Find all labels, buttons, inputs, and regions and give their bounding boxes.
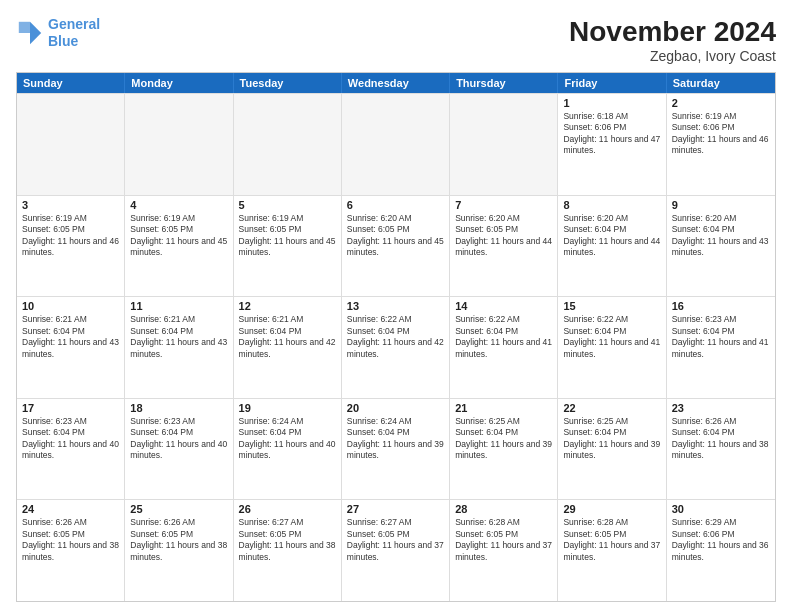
day-cell-12: 12Sunrise: 6:21 AM Sunset: 6:04 PM Dayli…: [234, 297, 342, 398]
empty-cell: [450, 94, 558, 195]
day-cell-28: 28Sunrise: 6:28 AM Sunset: 6:05 PM Dayli…: [450, 500, 558, 601]
day-info: Sunrise: 6:20 AM Sunset: 6:05 PM Dayligh…: [347, 213, 444, 259]
day-number: 28: [455, 503, 552, 515]
week-row-5: 24Sunrise: 6:26 AM Sunset: 6:05 PM Dayli…: [17, 499, 775, 601]
logo: General Blue: [16, 16, 100, 50]
header-day-saturday: Saturday: [667, 73, 775, 93]
day-cell-9: 9Sunrise: 6:20 AM Sunset: 6:04 PM Daylig…: [667, 196, 775, 297]
day-number: 5: [239, 199, 336, 211]
day-number: 27: [347, 503, 444, 515]
day-cell-23: 23Sunrise: 6:26 AM Sunset: 6:04 PM Dayli…: [667, 399, 775, 500]
day-cell-2: 2Sunrise: 6:19 AM Sunset: 6:06 PM Daylig…: [667, 94, 775, 195]
day-number: 4: [130, 199, 227, 211]
title-block: November 2024 Zegbao, Ivory Coast: [569, 16, 776, 64]
week-row-3: 10Sunrise: 6:21 AM Sunset: 6:04 PM Dayli…: [17, 296, 775, 398]
main-title: November 2024: [569, 16, 776, 48]
day-cell-27: 27Sunrise: 6:27 AM Sunset: 6:05 PM Dayli…: [342, 500, 450, 601]
header-day-tuesday: Tuesday: [234, 73, 342, 93]
day-info: Sunrise: 6:22 AM Sunset: 6:04 PM Dayligh…: [563, 314, 660, 360]
day-number: 29: [563, 503, 660, 515]
day-info: Sunrise: 6:28 AM Sunset: 6:05 PM Dayligh…: [455, 517, 552, 563]
day-number: 23: [672, 402, 770, 414]
day-number: 30: [672, 503, 770, 515]
day-number: 26: [239, 503, 336, 515]
calendar-header: SundayMondayTuesdayWednesdayThursdayFrid…: [17, 73, 775, 93]
day-number: 9: [672, 199, 770, 211]
day-info: Sunrise: 6:20 AM Sunset: 6:05 PM Dayligh…: [455, 213, 552, 259]
day-cell-30: 30Sunrise: 6:29 AM Sunset: 6:06 PM Dayli…: [667, 500, 775, 601]
day-number: 15: [563, 300, 660, 312]
day-cell-29: 29Sunrise: 6:28 AM Sunset: 6:05 PM Dayli…: [558, 500, 666, 601]
day-number: 2: [672, 97, 770, 109]
day-cell-20: 20Sunrise: 6:24 AM Sunset: 6:04 PM Dayli…: [342, 399, 450, 500]
day-number: 25: [130, 503, 227, 515]
day-info: Sunrise: 6:23 AM Sunset: 6:04 PM Dayligh…: [672, 314, 770, 360]
header-day-friday: Friday: [558, 73, 666, 93]
day-cell-15: 15Sunrise: 6:22 AM Sunset: 6:04 PM Dayli…: [558, 297, 666, 398]
calendar-body: 1Sunrise: 6:18 AM Sunset: 6:06 PM Daylig…: [17, 93, 775, 601]
day-info: Sunrise: 6:23 AM Sunset: 6:04 PM Dayligh…: [130, 416, 227, 462]
day-info: Sunrise: 6:27 AM Sunset: 6:05 PM Dayligh…: [347, 517, 444, 563]
logo-text: General Blue: [48, 16, 100, 50]
day-cell-21: 21Sunrise: 6:25 AM Sunset: 6:04 PM Dayli…: [450, 399, 558, 500]
header-day-wednesday: Wednesday: [342, 73, 450, 93]
day-info: Sunrise: 6:21 AM Sunset: 6:04 PM Dayligh…: [130, 314, 227, 360]
day-number: 13: [347, 300, 444, 312]
day-number: 3: [22, 199, 119, 211]
week-row-1: 1Sunrise: 6:18 AM Sunset: 6:06 PM Daylig…: [17, 93, 775, 195]
empty-cell: [234, 94, 342, 195]
svg-marker-1: [19, 22, 30, 33]
day-info: Sunrise: 6:19 AM Sunset: 6:06 PM Dayligh…: [672, 111, 770, 157]
day-cell-16: 16Sunrise: 6:23 AM Sunset: 6:04 PM Dayli…: [667, 297, 775, 398]
day-cell-13: 13Sunrise: 6:22 AM Sunset: 6:04 PM Dayli…: [342, 297, 450, 398]
empty-cell: [17, 94, 125, 195]
day-info: Sunrise: 6:20 AM Sunset: 6:04 PM Dayligh…: [563, 213, 660, 259]
page: General Blue November 2024 Zegbao, Ivory…: [0, 0, 792, 612]
header-day-sunday: Sunday: [17, 73, 125, 93]
day-number: 16: [672, 300, 770, 312]
day-number: 24: [22, 503, 119, 515]
day-cell-7: 7Sunrise: 6:20 AM Sunset: 6:05 PM Daylig…: [450, 196, 558, 297]
day-info: Sunrise: 6:18 AM Sunset: 6:06 PM Dayligh…: [563, 111, 660, 157]
day-cell-11: 11Sunrise: 6:21 AM Sunset: 6:04 PM Dayli…: [125, 297, 233, 398]
day-info: Sunrise: 6:25 AM Sunset: 6:04 PM Dayligh…: [563, 416, 660, 462]
day-number: 11: [130, 300, 227, 312]
day-cell-8: 8Sunrise: 6:20 AM Sunset: 6:04 PM Daylig…: [558, 196, 666, 297]
day-cell-1: 1Sunrise: 6:18 AM Sunset: 6:06 PM Daylig…: [558, 94, 666, 195]
day-info: Sunrise: 6:22 AM Sunset: 6:04 PM Dayligh…: [347, 314, 444, 360]
day-number: 10: [22, 300, 119, 312]
day-number: 14: [455, 300, 552, 312]
day-info: Sunrise: 6:24 AM Sunset: 6:04 PM Dayligh…: [239, 416, 336, 462]
day-number: 22: [563, 402, 660, 414]
day-cell-14: 14Sunrise: 6:22 AM Sunset: 6:04 PM Dayli…: [450, 297, 558, 398]
day-info: Sunrise: 6:24 AM Sunset: 6:04 PM Dayligh…: [347, 416, 444, 462]
empty-cell: [125, 94, 233, 195]
day-info: Sunrise: 6:21 AM Sunset: 6:04 PM Dayligh…: [22, 314, 119, 360]
header: General Blue November 2024 Zegbao, Ivory…: [16, 16, 776, 64]
day-info: Sunrise: 6:26 AM Sunset: 6:05 PM Dayligh…: [130, 517, 227, 563]
day-number: 21: [455, 402, 552, 414]
day-cell-17: 17Sunrise: 6:23 AM Sunset: 6:04 PM Dayli…: [17, 399, 125, 500]
day-cell-19: 19Sunrise: 6:24 AM Sunset: 6:04 PM Dayli…: [234, 399, 342, 500]
day-info: Sunrise: 6:19 AM Sunset: 6:05 PM Dayligh…: [239, 213, 336, 259]
day-cell-24: 24Sunrise: 6:26 AM Sunset: 6:05 PM Dayli…: [17, 500, 125, 601]
day-number: 20: [347, 402, 444, 414]
day-cell-3: 3Sunrise: 6:19 AM Sunset: 6:05 PM Daylig…: [17, 196, 125, 297]
day-cell-22: 22Sunrise: 6:25 AM Sunset: 6:04 PM Dayli…: [558, 399, 666, 500]
day-cell-10: 10Sunrise: 6:21 AM Sunset: 6:04 PM Dayli…: [17, 297, 125, 398]
day-cell-25: 25Sunrise: 6:26 AM Sunset: 6:05 PM Dayli…: [125, 500, 233, 601]
day-info: Sunrise: 6:23 AM Sunset: 6:04 PM Dayligh…: [22, 416, 119, 462]
day-info: Sunrise: 6:22 AM Sunset: 6:04 PM Dayligh…: [455, 314, 552, 360]
day-number: 19: [239, 402, 336, 414]
day-number: 12: [239, 300, 336, 312]
day-number: 17: [22, 402, 119, 414]
day-cell-6: 6Sunrise: 6:20 AM Sunset: 6:05 PM Daylig…: [342, 196, 450, 297]
day-number: 6: [347, 199, 444, 211]
calendar: SundayMondayTuesdayWednesdayThursdayFrid…: [16, 72, 776, 602]
day-info: Sunrise: 6:28 AM Sunset: 6:05 PM Dayligh…: [563, 517, 660, 563]
day-number: 7: [455, 199, 552, 211]
day-info: Sunrise: 6:21 AM Sunset: 6:04 PM Dayligh…: [239, 314, 336, 360]
day-info: Sunrise: 6:26 AM Sunset: 6:05 PM Dayligh…: [22, 517, 119, 563]
day-cell-4: 4Sunrise: 6:19 AM Sunset: 6:05 PM Daylig…: [125, 196, 233, 297]
logo-icon: [16, 19, 44, 47]
